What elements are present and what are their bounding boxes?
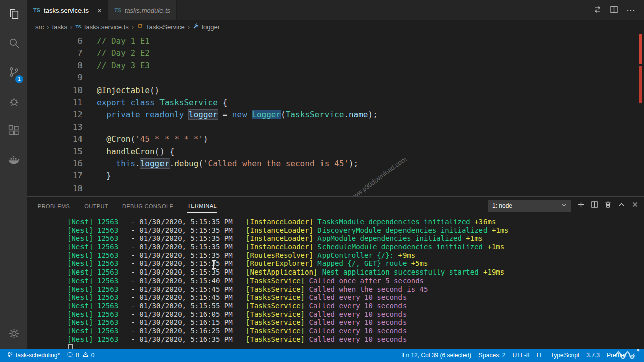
search-icon	[8, 37, 20, 51]
sidebar-item-extensions[interactable]	[0, 117, 27, 146]
terminal-instance-select[interactable]: 1: node	[488, 200, 571, 212]
breadcrumb-file[interactable]: TS tasks.service.ts	[75, 23, 128, 31]
terminal-line: [Nest] 12563 - 01/30/2020, 5:15:35 PM [N…	[67, 268, 644, 277]
line-number[interactable]: 7	[27, 47, 83, 59]
docker-whale-icon	[7, 153, 20, 168]
code-line: 8// Day 3 E3	[27, 60, 644, 72]
code-line: 9	[27, 72, 644, 84]
tab-tasks-module-ts[interactable]: TS tasks.module.ts	[108, 0, 177, 20]
errors-icon	[67, 351, 73, 359]
terminal-line: [Nest] 12563 - 01/30/2020, 5:15:35 PM [I…	[67, 234, 644, 243]
status-bar: task-scheduling* 0 0 Ln 12, Col 39 (6 se…	[0, 349, 644, 362]
eol-status[interactable]: LF	[533, 349, 547, 362]
language-mode-status[interactable]: TypeScript	[547, 349, 583, 362]
line-number[interactable]: 16	[27, 158, 83, 170]
vscode-window: 1 TS tasks.servic	[0, 0, 644, 349]
typescript-file-icon: TS	[75, 24, 82, 29]
code-text: // Day 2 E2	[83, 48, 150, 58]
chevron-right-icon: ›	[132, 23, 134, 31]
maximize-panel-icon[interactable]	[618, 201, 625, 210]
breadcrumb-tasks[interactable]: tasks	[52, 23, 67, 31]
chevron-right-icon: ›	[188, 23, 190, 31]
code-text	[83, 122, 97, 132]
code-text: // Day 1 E1	[83, 36, 150, 46]
tab-output[interactable]: OUTPUT	[84, 199, 109, 213]
code-text: handleCron() {	[83, 147, 174, 156]
terminal-line: [Nest] 12563 - 01/30/2020, 5:15:35 PM [R…	[67, 251, 644, 260]
code-text: @Cron('45 * * * * *')	[83, 134, 208, 144]
sidebar-item-docker[interactable]	[0, 146, 27, 175]
terminal-line: [Nest] 12563 - 01/30/2020, 5:15:45 PM [T…	[67, 293, 644, 302]
editor-actions: ⋯	[593, 0, 644, 20]
terminal-line: [Nest] 12563 - 01/30/2020, 5:15:45 PM [T…	[67, 285, 644, 294]
class-symbol-icon	[137, 23, 143, 31]
close-panel-icon[interactable]	[631, 201, 639, 210]
chevron-right-icon: ›	[70, 23, 72, 31]
line-number[interactable]: 11	[27, 97, 83, 109]
line-number[interactable]: 6	[27, 35, 83, 47]
breadcrumb: src › tasks › TS tasks.service.ts › Task…	[27, 20, 644, 33]
code-editor[interactable]: 6// Day 1 E17// Day 2 E28// Day 3 E3910@…	[27, 33, 644, 196]
indentation-status[interactable]: Spaces: 2	[475, 349, 509, 362]
sidebar-item-search[interactable]	[0, 29, 27, 58]
terminal-line: [Nest] 12563 - 01/30/2020, 5:15:55 PM [T…	[67, 302, 644, 310]
breadcrumb-symbol-logger[interactable]: logger	[193, 23, 220, 31]
git-branch-status[interactable]: task-scheduling*	[3, 349, 63, 362]
code-text: private readonly logger = new Logger(Tas…	[83, 110, 378, 119]
line-number[interactable]: 13	[27, 121, 83, 133]
breadcrumb-src[interactable]: src	[35, 23, 44, 31]
split-editor-icon[interactable]	[610, 5, 618, 16]
tab-debug-console[interactable]: DEBUG CONSOLE	[122, 199, 174, 213]
line-number[interactable]: 14	[27, 133, 83, 145]
cursor-position-status[interactable]: Ln 12, Col 39 (6 selected)	[399, 349, 475, 362]
code-text: }	[83, 171, 111, 180]
field-symbol-icon	[193, 23, 199, 31]
line-number[interactable]: 17	[27, 170, 83, 182]
activity-bar: 1	[0, 0, 27, 349]
sidebar-item-explorer[interactable]	[0, 0, 27, 29]
tab-label: tasks.module.ts	[125, 7, 170, 14]
typescript-version-status[interactable]: 3.7.3	[583, 349, 603, 362]
sidebar-item-source-control[interactable]: 1	[0, 58, 27, 87]
more-actions-icon[interactable]: ⋯	[626, 5, 636, 16]
code-lines: 6// Day 1 E17// Day 2 E28// Day 3 E3910@…	[27, 35, 644, 195]
terminal-cursor	[68, 344, 73, 349]
code-line: 14 @Cron('45 * * * * *')	[27, 133, 644, 145]
terminal-line: [Nest] 12563 - 01/30/2020, 5:15:35 PM [I…	[67, 243, 644, 251]
line-number[interactable]: 10	[27, 84, 83, 97]
tab-problems[interactable]: PROBLEMS	[37, 199, 70, 213]
bottom-panel: PROBLEMS OUTPUT DEBUG CONSOLE TERMINAL 1…	[27, 196, 644, 349]
breadcrumb-class[interactable]: TasksService	[137, 23, 185, 31]
warnings-icon	[82, 351, 89, 359]
encoding-status[interactable]: UTF-8	[509, 349, 533, 362]
tab-terminal[interactable]: TERMINAL	[187, 198, 217, 213]
tab-tasks-service-ts[interactable]: TS tasks.service.ts ×	[27, 0, 108, 20]
terminal-prompt-line	[67, 343, 644, 349]
overview-ruler-mark	[639, 34, 642, 64]
line-number[interactable]: 8	[27, 60, 83, 72]
close-tab-icon[interactable]: ×	[97, 7, 102, 14]
line-number[interactable]: 12	[27, 109, 83, 121]
terminal-output[interactable]: [Nest] 12563 - 01/30/2020, 5:15:35 PM [I…	[27, 214, 644, 349]
code-text: @Injectable()	[83, 85, 159, 95]
editor-tab-bar: TS tasks.service.ts × TS tasks.module.ts…	[27, 0, 644, 20]
debug-icon	[8, 95, 20, 110]
code-line: 15 handleCron() {	[27, 146, 644, 158]
new-terminal-icon[interactable]	[577, 201, 585, 210]
kill-terminal-icon[interactable]	[604, 201, 612, 210]
prettier-status[interactable]: Prettier: ✓	[603, 349, 639, 362]
line-number[interactable]: 9	[27, 72, 83, 84]
split-terminal-icon[interactable]	[591, 201, 598, 210]
sidebar-item-run-debug[interactable]	[0, 87, 27, 117]
line-number[interactable]: 18	[27, 183, 83, 195]
line-number[interactable]: 15	[27, 146, 83, 158]
open-changes-icon[interactable]	[593, 5, 602, 16]
code-line: 17 }	[27, 170, 644, 182]
terminal-line: [Nest] 12563 - 01/30/2020, 5:15:40 PM [T…	[67, 277, 644, 285]
terminal-line: [Nest] 12563 - 01/30/2020, 5:16:15 PM [T…	[67, 318, 644, 327]
check-icon: ✓	[630, 352, 635, 359]
code-text: this.logger.debug('Called when the secon…	[83, 159, 358, 168]
terminal-line: [Nest] 12563 - 01/30/2020, 5:16:35 PM [T…	[67, 335, 644, 344]
problems-status[interactable]: 0 0	[63, 349, 98, 362]
settings-gear-button[interactable]	[0, 320, 27, 349]
